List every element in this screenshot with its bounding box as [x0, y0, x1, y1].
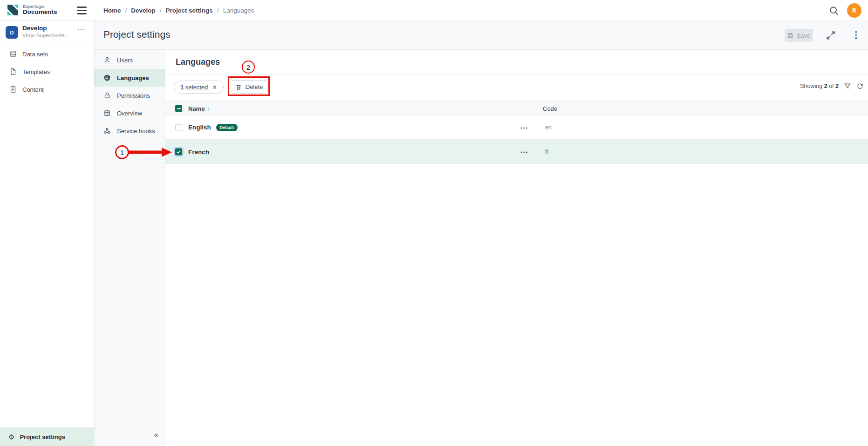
row-menu-icon[interactable]: ⋯ — [520, 123, 527, 132]
sidebar-item-templates[interactable]: Templates — [0, 63, 94, 81]
project-menu-icon[interactable]: ⋯ — [77, 25, 85, 34]
tab-label: Service hooks — [117, 128, 155, 135]
project-name: Develop — [22, 25, 47, 32]
selection-count: 1 — [180, 84, 184, 91]
showing-total-count: 2 — [835, 83, 839, 89]
tab-service-hooks[interactable]: Service hooks — [94, 122, 165, 140]
tab-label: Users — [117, 57, 133, 64]
save-floppy-icon — [787, 33, 793, 39]
column-header-name[interactable]: Name↑ — [188, 105, 210, 112]
languages-panel: Languages 1 selected ✕ Delete Showing 2 … — [165, 50, 868, 446]
user-icon — [103, 56, 111, 64]
language-name: English — [188, 124, 211, 131]
showing-of: of — [829, 83, 834, 89]
annotation-box-step2 — [228, 76, 270, 96]
language-name: French — [188, 148, 209, 155]
sidebar-nav: Data sets Templates Content — [0, 45, 94, 98]
row-checkbox[interactable] — [175, 124, 182, 131]
project-avatar: D — [6, 26, 18, 39]
refresh-icon[interactable] — [856, 82, 864, 90]
tab-permissions[interactable]: Permissions — [94, 87, 165, 104]
breadcrumb-develop[interactable]: Develop — [131, 7, 156, 14]
selection-chip[interactable]: 1 selected ✕ — [174, 81, 224, 94]
language-code: en — [545, 124, 552, 131]
annotation-arrow-step1 — [128, 147, 172, 157]
annotation-circle-step1: 1 — [115, 145, 129, 159]
panel-title: Languages — [176, 57, 220, 67]
breadcrumb-home[interactable]: Home — [103, 7, 121, 14]
brand-name-bottom: Documents — [23, 9, 57, 15]
sidebar: D Develop Virgo Supercluste... ⋯ Data se… — [0, 21, 94, 446]
tab-label: Overview — [117, 110, 142, 117]
tab-users[interactable]: Users — [94, 51, 165, 69]
settings-nav-panel: Users Languages Permissions Overview — [94, 50, 165, 446]
gear-icon: ⚙ — [8, 433, 14, 440]
save-button-label: Save — [797, 32, 811, 39]
sidebar-item-data-sets[interactable]: Data sets — [0, 45, 94, 63]
sidebar-item-content[interactable]: Content — [0, 81, 94, 98]
tab-overview[interactable]: Overview — [94, 104, 165, 122]
globe-icon — [103, 74, 111, 81]
breadcrumb-current: Languages — [223, 7, 254, 14]
tab-label: Languages — [117, 74, 149, 81]
save-button[interactable]: Save — [785, 29, 813, 42]
sidebar-item-label: Templates — [22, 68, 50, 75]
tab-languages[interactable]: Languages — [94, 69, 165, 87]
selection-label: selected — [185, 84, 208, 91]
menu-icon[interactable] — [77, 7, 87, 14]
language-code: fr — [545, 149, 549, 155]
column-header-code[interactable]: Code — [543, 105, 557, 112]
experlogix-logomark-icon — [7, 4, 19, 16]
table-row-english[interactable]: English Default ⋯ en — [165, 115, 868, 140]
document-icon — [9, 86, 17, 93]
settings-nav-list: Users Languages Permissions Overview — [94, 51, 165, 140]
lock-icon — [103, 92, 111, 99]
table-row-french[interactable]: French ⋯ fr — [165, 140, 868, 164]
divider — [0, 42, 94, 42]
row-menu-icon[interactable]: ⋯ — [520, 147, 527, 156]
breadcrumb-separator: / — [217, 7, 219, 14]
breadcrumb-project-settings[interactable]: Project settings — [166, 7, 213, 14]
sidebar-item-label: Project settings — [20, 433, 65, 440]
filter-icon[interactable] — [844, 82, 851, 90]
page-title: Project settings — [103, 29, 171, 40]
table-header-row: Name↑ Code — [165, 101, 868, 115]
sidebar-item-label: Content — [22, 86, 44, 93]
experlogix-logo: Experlogix Documents — [7, 4, 57, 16]
breadcrumb: Home / Develop / Project settings / Lang… — [103, 0, 254, 21]
showing-visible-count: 2 — [824, 83, 827, 89]
breadcrumb-separator: / — [125, 7, 127, 14]
sort-ascending-icon: ↑ — [206, 105, 210, 112]
user-avatar[interactable]: R — [847, 3, 861, 18]
webhook-icon — [103, 127, 111, 135]
default-badge: Default — [216, 124, 238, 131]
search-icon[interactable] — [829, 6, 839, 16]
database-icon — [9, 50, 17, 58]
page-header: Project settings Save ⋮ — [94, 21, 868, 50]
check-icon — [176, 149, 181, 154]
select-all-checkbox[interactable] — [175, 105, 182, 112]
tab-label: Permissions — [117, 92, 150, 99]
more-options-icon[interactable]: ⋮ — [852, 29, 861, 41]
project-org: Virgo Supercluste... — [22, 33, 69, 38]
template-file-icon — [9, 68, 17, 75]
sidebar-item-label: Data sets — [22, 51, 48, 58]
showing-count: Showing 2 of 2 — [800, 82, 864, 90]
showing-word: Showing — [800, 83, 822, 89]
annotation-circle-step2: 2 — [242, 61, 255, 74]
breadcrumb-separator: / — [160, 7, 162, 14]
collapse-panel-icon[interactable]: « — [154, 430, 158, 439]
row-checkbox-checked[interactable] — [175, 148, 182, 155]
clear-selection-icon[interactable]: ✕ — [212, 84, 217, 91]
table-grid-icon — [103, 109, 111, 117]
sidebar-item-project-settings[interactable]: ⚙ Project settings — [0, 427, 94, 446]
fullscreen-expand-icon[interactable] — [826, 30, 836, 41]
panel-header: Languages — [165, 50, 868, 74]
top-bar: Experlogix Documents Home / Develop / Pr… — [0, 0, 868, 21]
project-selector[interactable]: D Develop Virgo Supercluste... ⋯ — [0, 23, 94, 42]
